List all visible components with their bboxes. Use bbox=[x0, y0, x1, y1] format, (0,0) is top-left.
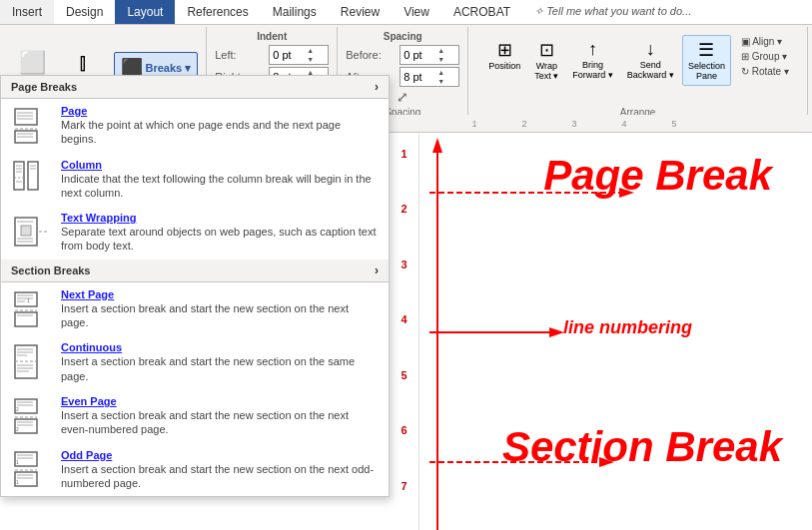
svg-text:1: 1 bbox=[16, 459, 19, 465]
indent-left-down[interactable]: ▼ bbox=[305, 55, 316, 64]
spacing-before-label: Before: bbox=[346, 49, 396, 61]
tab-design[interactable]: Design bbox=[54, 0, 115, 24]
line-numbers: 1 2 3 4 5 6 7 bbox=[390, 133, 419, 530]
tab-tell-me[interactable]: ✧ Tell me what you want to do... bbox=[522, 0, 703, 24]
break-odd-page-text: Odd Page Insert a section break and star… bbox=[61, 449, 379, 491]
svg-marker-62 bbox=[549, 327, 564, 337]
ruler-mark-4: 4 bbox=[599, 119, 649, 129]
svg-rect-18 bbox=[21, 226, 31, 236]
section-breaks-header: Section Breaks › bbox=[1, 260, 389, 282]
section-break-annotation: Section Break bbox=[502, 424, 782, 470]
svg-rect-0 bbox=[15, 109, 37, 125]
break-even-page-text: Even Page Insert a section break and sta… bbox=[61, 395, 379, 437]
line-num-5: 5 bbox=[390, 364, 418, 419]
break-continuous-text: Continuous Insert a section break and st… bbox=[61, 341, 379, 383]
page-breaks-header: Page Breaks › bbox=[1, 76, 389, 99]
ruler-mark-1: 1 bbox=[449, 119, 499, 129]
spacing-before-input[interactable] bbox=[401, 48, 435, 62]
spacing-after-input[interactable] bbox=[401, 70, 435, 84]
break-column-text: Column Indicate that the text following … bbox=[61, 159, 379, 201]
svg-marker-64 bbox=[432, 138, 442, 153]
svg-rect-23 bbox=[15, 292, 37, 306]
line-numbering-annotation: line numbering bbox=[563, 317, 692, 338]
wrap-text-label: WrapText ▾ bbox=[534, 62, 558, 82]
break-continuous-icon bbox=[11, 342, 51, 382]
bring-forward-button[interactable]: ↑ BringForward ▾ bbox=[566, 35, 619, 85]
svg-text:2: 2 bbox=[16, 426, 19, 432]
indent-left-up[interactable]: ▲ bbox=[305, 46, 316, 55]
svg-text:1: 1 bbox=[27, 297, 30, 303]
send-backward-label: SendBackward ▾ bbox=[627, 61, 674, 81]
break-column-icon bbox=[11, 159, 51, 199]
break-continuous-item[interactable]: Continuous Insert a section break and st… bbox=[1, 335, 389, 389]
break-text-wrapping-text: Text Wrapping Separate text around objec… bbox=[61, 212, 379, 254]
wrap-text-icon: ⊡ bbox=[539, 39, 554, 61]
svg-rect-25 bbox=[15, 312, 37, 326]
rotate-button[interactable]: ↻ Rotate ▾ bbox=[737, 65, 793, 78]
document-area: 1 2 3 4 5 1 2 3 4 5 6 7 Page Break Secti… bbox=[390, 115, 812, 530]
bring-forward-icon: ↑ bbox=[588, 39, 597, 60]
break-odd-page-icon: 1 1 bbox=[11, 449, 51, 489]
tab-acrobat[interactable]: ACROBAT bbox=[441, 0, 522, 24]
tab-references[interactable]: References bbox=[175, 0, 260, 24]
ruler-mark-3: 3 bbox=[549, 119, 599, 129]
svg-text:2: 2 bbox=[16, 406, 19, 412]
break-page-text: Page Mark the point at which one page en… bbox=[61, 105, 379, 147]
position-label: Position bbox=[488, 62, 520, 72]
spacing-expand-icon[interactable]: ⤢ bbox=[397, 89, 408, 105]
break-odd-page-item[interactable]: 1 1 Odd Page Insert a section break and … bbox=[1, 443, 389, 497]
tab-insert[interactable]: Insert bbox=[0, 0, 54, 24]
indent-left-input[interactable] bbox=[270, 48, 305, 62]
line-num-4: 4 bbox=[390, 308, 418, 363]
line-num-6: 6 bbox=[390, 419, 418, 474]
break-text-wrapping-item[interactable]: Text Wrapping Separate text around objec… bbox=[1, 206, 389, 260]
spacing-before-down[interactable]: ▼ bbox=[435, 55, 446, 64]
position-icon: ⊞ bbox=[497, 39, 512, 61]
svg-text:1: 1 bbox=[16, 479, 19, 485]
break-text-wrapping-icon bbox=[11, 213, 51, 253]
ruler-mark-2: 2 bbox=[499, 119, 549, 129]
tab-layout[interactable]: Layout bbox=[115, 0, 175, 24]
break-next-page-icon: 1 bbox=[11, 289, 51, 329]
columns-icon: ⫿ bbox=[78, 50, 89, 76]
group-button[interactable]: ⊞ Group ▾ bbox=[737, 50, 793, 63]
arrange-group: ⊞ Position ⊡ WrapText ▾ ↑ BringForward ▾… bbox=[468, 27, 808, 122]
break-even-page-item[interactable]: 2 2 Even Page Insert a section break and… bbox=[1, 389, 389, 443]
ruler-mark-5: 5 bbox=[649, 119, 699, 129]
position-button[interactable]: ⊞ Position bbox=[482, 35, 526, 76]
ruler: 1 2 3 4 5 bbox=[390, 115, 812, 133]
break-page-item[interactable]: Page Mark the point at which one page en… bbox=[1, 99, 389, 153]
bring-forward-label: BringForward ▾ bbox=[572, 61, 613, 81]
break-next-page-item[interactable]: 1 Next Page Insert a section break and s… bbox=[1, 282, 389, 336]
section-breaks-arrow: › bbox=[375, 264, 379, 277]
page-breaks-arrow: › bbox=[375, 80, 379, 94]
tab-view[interactable]: View bbox=[392, 0, 441, 24]
page-break-annotation: Page Break bbox=[543, 153, 772, 199]
breaks-dropdown: Page Breaks › Page Mark the point at whi… bbox=[0, 75, 390, 497]
line-num-1: 1 bbox=[390, 143, 418, 198]
wrap-text-button[interactable]: ⊡ WrapText ▾ bbox=[528, 35, 564, 86]
break-column-item[interactable]: Column Indicate that the text following … bbox=[1, 153, 389, 207]
tab-review[interactable]: Review bbox=[329, 0, 392, 24]
spacing-before-up[interactable]: ▲ bbox=[435, 46, 446, 55]
break-page-icon bbox=[11, 106, 51, 146]
spacing-after-down[interactable]: ▼ bbox=[435, 77, 446, 86]
break-even-page-icon: 2 2 bbox=[11, 396, 51, 436]
selection-pane-label: SelectionPane bbox=[688, 62, 725, 82]
indent-left-label: Left: bbox=[215, 49, 265, 61]
breaks-label: Breaks ▾ bbox=[145, 62, 191, 75]
selection-pane-button[interactable]: ☰ SelectionPane bbox=[682, 35, 731, 86]
spacing-header: Spacing bbox=[384, 31, 422, 42]
align-button[interactable]: ▣ Align ▾ bbox=[737, 35, 793, 48]
send-backward-button[interactable]: ↓ SendBackward ▾ bbox=[621, 35, 680, 85]
selection-pane-icon: ☰ bbox=[698, 39, 714, 61]
line-num-7: 7 bbox=[390, 475, 418, 530]
size-icon: ⬜ bbox=[19, 50, 46, 76]
tab-mailings[interactable]: Mailings bbox=[261, 0, 329, 24]
send-backward-icon: ↓ bbox=[646, 39, 655, 60]
break-next-page-text: Next Page Insert a section break and sta… bbox=[61, 288, 379, 330]
spacing-after-up[interactable]: ▲ bbox=[435, 68, 446, 77]
line-num-3: 3 bbox=[390, 254, 418, 308]
line-num-2: 2 bbox=[390, 198, 418, 253]
indent-header: Indent bbox=[257, 31, 287, 42]
